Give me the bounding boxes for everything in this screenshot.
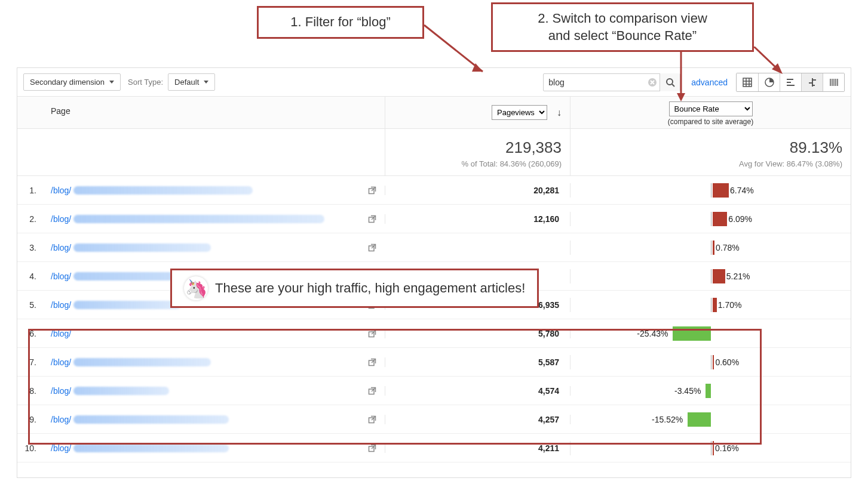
external-link-icon[interactable] (368, 387, 376, 395)
bounce-cell: 0.16% (570, 441, 851, 455)
bounce-value: 6.09% (727, 214, 753, 224)
page-cell: /blog/ (42, 243, 385, 252)
sort-desc-icon[interactable]: ↓ (557, 107, 562, 118)
external-link-icon[interactable] (368, 215, 376, 223)
advanced-link[interactable]: advanced (691, 78, 728, 87)
summary-row: 219,383 % of Total: 84.36% (260,069) 89.… (17, 129, 851, 176)
row-index: 6. (17, 329, 42, 338)
bounce-value: -3.45% (673, 386, 702, 396)
row-index: 8. (17, 386, 42, 396)
row-index: 7. (17, 357, 42, 367)
external-link-icon[interactable] (368, 243, 376, 252)
page-link[interactable]: /blog/ (51, 329, 71, 338)
total-pageviews: 219,383 (394, 138, 562, 157)
secondary-dimension-label: Secondary dimension (30, 78, 105, 87)
bounce-value: 6.74% (729, 186, 755, 195)
bounce-value: 0.16% (714, 443, 740, 453)
bounce-value: 0.78% (714, 243, 741, 252)
row-index: 9. (17, 415, 42, 424)
external-link-icon[interactable] (368, 415, 376, 424)
pageviews-cell: 4,211 (385, 443, 570, 453)
page-cell: /blog/ (42, 214, 385, 224)
svg-line-8 (672, 84, 674, 87)
column-pageviews[interactable]: Pageviews ↓ (385, 97, 570, 128)
callout-compare: 2. Switch to comparison view and select … (491, 2, 754, 52)
column-page[interactable]: Page (42, 97, 385, 128)
svg-marker-3 (677, 93, 685, 101)
table-row: 7./blog/5,5870.60% (17, 348, 851, 377)
page-link[interactable]: /blog/ (51, 214, 71, 224)
bounce-bar-positive (713, 298, 717, 312)
page-cell: /blog/ (42, 329, 385, 338)
page-cell: /blog/ (42, 415, 385, 424)
page-link[interactable]: /blog/ (51, 243, 71, 252)
redacted-text (73, 444, 229, 452)
redacted-text (73, 243, 211, 252)
external-link-icon[interactable] (368, 186, 376, 195)
svg-rect-9 (743, 78, 752, 87)
page-link[interactable]: /blog/ (51, 186, 71, 195)
page-link[interactable]: /blog/ (51, 357, 71, 367)
bounce-subnote: Avg for View: 86.47% (3.08%) (579, 159, 842, 168)
bounce-cell: 0.60% (570, 355, 851, 369)
row-index: 3. (17, 243, 42, 252)
view-pivot-icon[interactable] (823, 73, 844, 91)
external-link-icon[interactable] (368, 444, 376, 452)
redacted-text (73, 186, 253, 195)
pageviews-cell: 4,574 (385, 386, 570, 396)
callout-filter: 1. Filter for “blog” (257, 6, 424, 39)
bounce-bar-negative (673, 326, 711, 341)
chevron-down-icon (109, 81, 114, 84)
clear-icon[interactable] (645, 75, 660, 90)
table-row: 6./blog/5,780-25.43% (17, 319, 851, 348)
page-link[interactable]: /blog/ (51, 272, 71, 281)
report-panel: Secondary dimension Sort Type: Default a… (17, 67, 851, 478)
page-link[interactable]: /blog/ (51, 443, 71, 453)
bounce-cell: 6.09% (570, 212, 851, 226)
annotation-engagement: 🦄 These are your high traffic, high enga… (170, 269, 539, 308)
bounce-cell: 1.70% (570, 298, 851, 312)
bounce-value: -25.43% (636, 329, 669, 338)
bounce-value: 0.60% (714, 357, 740, 367)
row-index: 5. (17, 300, 42, 310)
bounce-bar-negative (688, 412, 711, 427)
bounce-cell: -25.43% (570, 329, 851, 338)
table-row: 8./blog/4,574-3.45% (17, 377, 851, 405)
sort-type-dropdown[interactable]: Default (168, 73, 215, 91)
redacted-text (73, 415, 229, 424)
table-body: 1./blog/20,2816.74%2./blog/12,1606.09%3.… (17, 176, 851, 462)
page-link[interactable]: /blog/ (51, 386, 71, 396)
table-row: 1./blog/20,2816.74% (17, 176, 851, 205)
bounce-cell: -3.45% (570, 386, 851, 396)
unicorn-icon: 🦄 (184, 276, 208, 300)
annotation-text: These are your high traffic, high engage… (215, 280, 525, 296)
page-cell: /blog/ (42, 386, 385, 396)
pageviews-subnote: % of Total: 84.36% (260,069) (394, 159, 562, 168)
external-link-icon[interactable] (368, 358, 376, 366)
chevron-down-icon (204, 81, 208, 84)
table-row: 10./blog/4,2110.16% (17, 434, 851, 462)
bounce-cell: -15.52% (570, 415, 851, 424)
pageviews-cell: 5,780 (385, 329, 570, 338)
redacted-text (73, 358, 211, 366)
table-row: 3./blog/0.78% (17, 233, 851, 262)
page-cell: /blog/ (42, 357, 385, 367)
external-link-icon[interactable] (368, 329, 376, 338)
view-toggle (736, 73, 845, 92)
page-link[interactable]: /blog/ (51, 300, 71, 310)
sort-type-label: Sort Type: (128, 78, 163, 87)
svg-line-0 (424, 25, 483, 72)
page-cell: /blog/ (42, 186, 385, 195)
row-index: 4. (17, 272, 42, 281)
sort-type-value: Default (174, 78, 199, 87)
search-input[interactable] (544, 78, 645, 87)
bounce-bar-positive (713, 183, 729, 198)
pageviews-select[interactable]: Pageviews (492, 105, 547, 120)
compared-note: (compared to site average) (579, 118, 842, 126)
secondary-dimension-dropdown[interactable]: Secondary dimension (23, 73, 121, 91)
row-index: 10. (17, 443, 42, 453)
view-comparison-icon[interactable] (801, 73, 823, 91)
table-header: Page Pageviews ↓ Bounce Rate (compared t… (17, 97, 851, 129)
pageviews-cell: 4,257 (385, 415, 570, 424)
page-link[interactable]: /blog/ (51, 415, 71, 424)
